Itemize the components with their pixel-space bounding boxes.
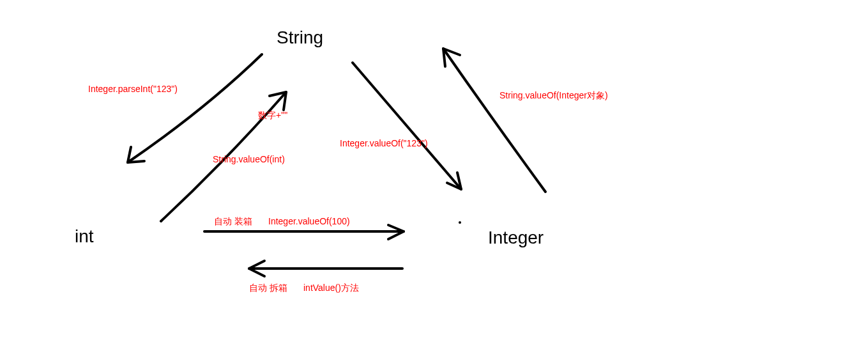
label-string-to-int: Integer.parseInt("123") <box>88 84 178 94</box>
svg-point-2 <box>459 221 461 224</box>
label-integer-to-int-method: intValue()方法 <box>303 283 359 294</box>
node-integer: Integer <box>488 228 544 248</box>
label-string-to-integer: Integer.valueOf("123") <box>340 138 428 148</box>
label-int-to-string-concat: 数字+"" <box>258 110 287 121</box>
diagram-arrows <box>0 0 868 351</box>
node-string: String <box>277 27 323 48</box>
label-int-to-integer-auto: 自动 装箱 <box>214 216 252 228</box>
node-int: int <box>75 226 94 247</box>
label-int-to-integer-method: Integer.valueOf(100) <box>268 216 350 226</box>
label-integer-to-string: String.valueOf(Integer对象) <box>499 90 608 102</box>
label-integer-to-int-auto: 自动 拆箱 <box>249 283 287 294</box>
label-int-to-string-valueof: String.valueOf(int) <box>213 154 285 164</box>
